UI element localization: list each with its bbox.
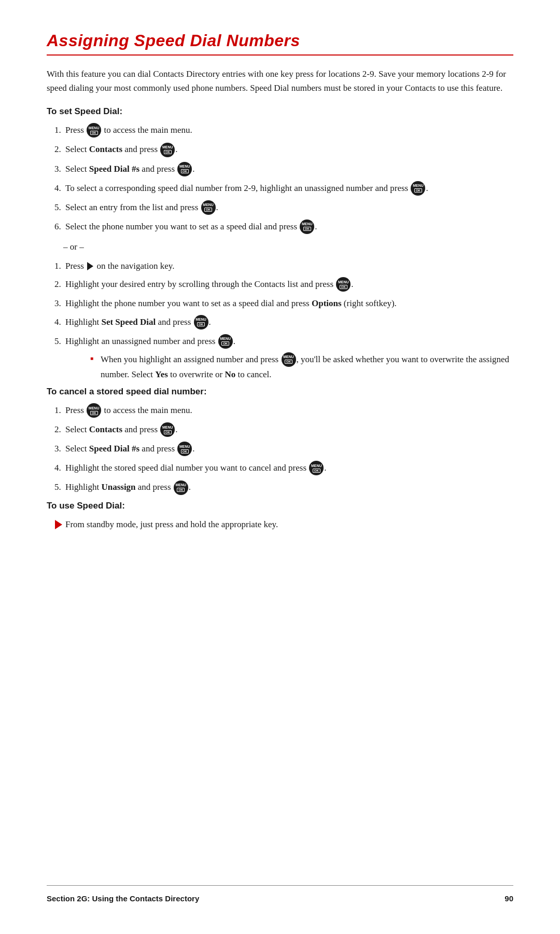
list-item: Highlight Set Speed Dial and press MENUO…: [63, 315, 513, 330]
menu-ok-icon: MENUOK: [336, 277, 351, 292]
list-item: Press MENUOK to access the main menu.: [63, 403, 513, 418]
list-item: Highlight the phone number you want to s…: [63, 296, 513, 310]
menu-ok-icon: MENUOK: [309, 461, 324, 475]
list-item: Press on the navigation key.: [63, 259, 513, 273]
menu-ok-icon: MENUOK: [218, 334, 233, 349]
footer-section-label: Section 2G: Using the Contacts Directory: [47, 894, 199, 903]
menu-ok-icon: MENUOK: [300, 219, 314, 234]
triangle-bullet-icon: [55, 520, 62, 529]
list-item: Select Speed Dial #s and press MENUOK.: [63, 442, 513, 457]
list-item: Select Contacts and press MENUOK.: [63, 142, 513, 157]
list-item: Highlight the stored speed dial number y…: [63, 461, 513, 476]
or-divider: – or –: [63, 240, 513, 254]
list-item: Select Contacts and press MENUOK.: [63, 422, 513, 437]
menu-ok-icon: MENUOK: [201, 200, 216, 215]
title-divider: [47, 54, 513, 56]
list-item: Highlight an unassigned number and press…: [63, 334, 513, 381]
use-bullet-item: From standby mode, just press and hold t…: [55, 517, 513, 531]
menu-ok-icon: MENUOK: [411, 181, 425, 196]
list-item: Press MENUOK to access the main menu.: [63, 123, 513, 138]
list-item: When you highlight an assigned number an…: [90, 352, 513, 381]
intro-text: With this feature you can dial Contacts …: [47, 67, 513, 95]
list-item: Select an entry from the list and press …: [63, 200, 513, 215]
bullet-note-list: When you highlight an assigned number an…: [90, 352, 513, 381]
footer-page-number: 90: [505, 894, 513, 903]
menu-ok-icon: MENUOK: [177, 442, 192, 456]
list-item: Highlight Unassign and press MENUOK.: [63, 480, 513, 495]
use-bullet-text: From standby mode, just press and hold t…: [65, 519, 278, 529]
use-speed-dial-heading: To use Speed Dial:: [47, 501, 513, 511]
menu-ok-icon: MENUOK: [160, 422, 175, 437]
list-item: To select a corresponding speed dial num…: [63, 181, 513, 196]
menu-ok-icon: MENUOK: [282, 352, 296, 367]
set-speed-dial-heading: To set Speed Dial:: [47, 106, 513, 117]
list-item: Select Speed Dial #s and press MENUOK.: [63, 162, 513, 177]
menu-ok-icon: MENUOK: [87, 123, 101, 138]
list-item: Highlight your desired entry by scrollin…: [63, 277, 513, 292]
menu-ok-icon: MENUOK: [87, 403, 101, 418]
footer: Section 2G: Using the Contacts Directory…: [47, 885, 513, 903]
menu-ok-icon: MENUOK: [194, 315, 208, 329]
nav-arrow-icon: [87, 262, 93, 270]
content: Assigning Speed Dial Numbers With this f…: [47, 31, 513, 885]
menu-ok-icon: MENUOK: [160, 143, 175, 157]
cancel-steps-list: Press MENUOK to access the main menu. Se…: [63, 403, 513, 495]
menu-ok-icon: MENUOK: [177, 162, 192, 176]
alt-steps-list: Press on the navigation key. Highlight y…: [63, 259, 513, 381]
list-item: Select the phone number you want to set …: [63, 219, 513, 235]
menu-ok-icon: MENUOK: [174, 480, 188, 495]
page: Assigning Speed Dial Numbers With this f…: [0, 0, 560, 934]
page-title: Assigning Speed Dial Numbers: [47, 31, 513, 50]
cancel-speed-dial-heading: To cancel a stored speed dial number:: [47, 387, 513, 397]
set-steps-list: Press MENUOK to access the main menu. Se…: [63, 123, 513, 235]
